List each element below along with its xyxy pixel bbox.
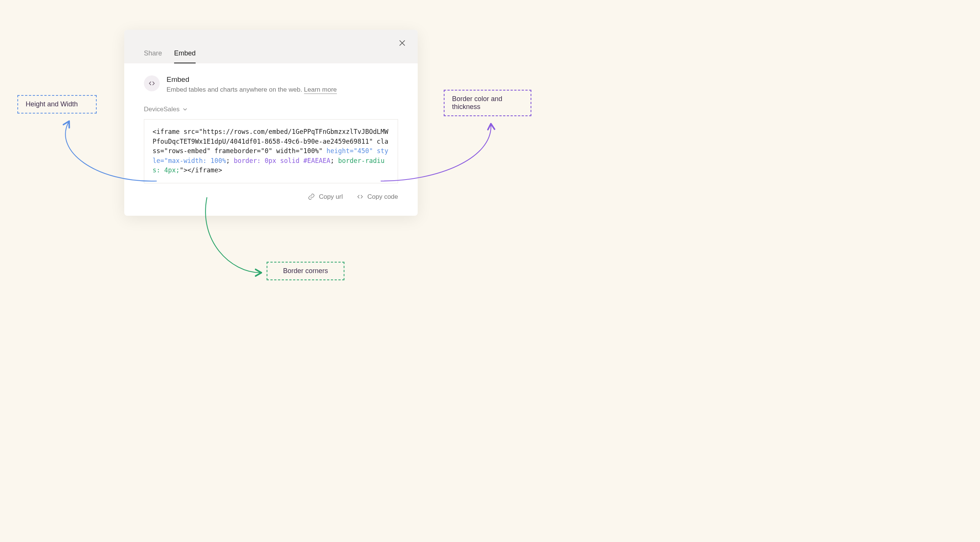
link-icon bbox=[308, 193, 315, 200]
callout-border-color-thickness: Border color and thickness bbox=[444, 90, 531, 116]
embed-title: Embed bbox=[167, 75, 337, 84]
code-icon bbox=[148, 79, 156, 87]
embed-modal: Share Embed Embed Embed tables and chart… bbox=[124, 30, 418, 216]
learn-more-link[interactable]: Learn more bbox=[304, 86, 337, 94]
actions-row: Copy url Copy code bbox=[144, 193, 398, 201]
copy-code-label: Copy code bbox=[368, 193, 398, 201]
modal-header: Share Embed bbox=[124, 30, 418, 63]
modal-body: Embed Embed tables and charts anywhere o… bbox=[124, 63, 418, 216]
code-post: "></iframe> bbox=[180, 166, 223, 174]
code-sep2: ; bbox=[331, 157, 338, 165]
callout-label: Border corners bbox=[283, 267, 328, 274]
embed-subtitle-text: Embed tables and charts anywhere on the … bbox=[167, 86, 302, 93]
tab-share[interactable]: Share bbox=[144, 49, 162, 63]
close-icon bbox=[398, 39, 406, 47]
tab-embed[interactable]: Embed bbox=[174, 49, 196, 63]
tabs: Share Embed bbox=[144, 49, 407, 63]
table-selector-label: DeviceSales bbox=[144, 106, 180, 113]
code-icon bbox=[356, 193, 364, 200]
chevron-down-icon bbox=[183, 107, 187, 112]
callout-label: Border color and thickness bbox=[452, 95, 502, 111]
copy-url-label: Copy url bbox=[319, 193, 342, 201]
embed-header-row: Embed Embed tables and charts anywhere o… bbox=[144, 75, 398, 94]
callout-label: Height and Width bbox=[26, 100, 78, 108]
callout-height-width: Height and Width bbox=[18, 95, 97, 114]
code-sep1: ; bbox=[226, 157, 233, 165]
table-selector[interactable]: DeviceSales bbox=[144, 106, 398, 113]
code-highlight-border: border: 0px solid #EAEAEA bbox=[234, 157, 331, 165]
close-button[interactable] bbox=[398, 39, 407, 48]
embed-subtitle: Embed tables and charts anywhere on the … bbox=[167, 86, 337, 94]
copy-code-button[interactable]: Copy code bbox=[356, 193, 398, 201]
copy-url-button[interactable]: Copy url bbox=[308, 193, 342, 201]
embed-icon-wrap bbox=[144, 75, 160, 91]
embed-code[interactable]: <iframe src="https://rows.com/embed/1GeP… bbox=[144, 119, 398, 183]
callout-border-corners: Border corners bbox=[267, 262, 344, 280]
